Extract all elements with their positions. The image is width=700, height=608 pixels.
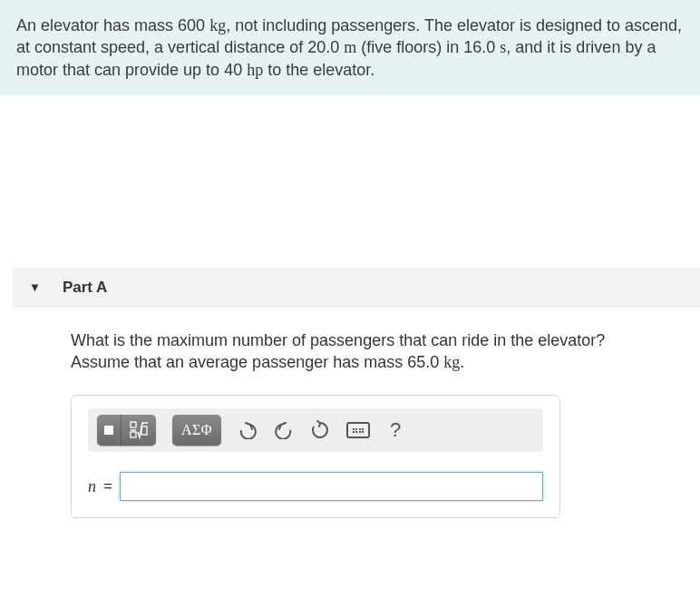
redo-icon[interactable] (274, 420, 294, 440)
spacer (0, 95, 700, 268)
radical-fraction-icon (122, 415, 156, 446)
answer-box: ΑΣΦ ? n = (71, 395, 560, 518)
problem-text-5: to the elevator. (263, 61, 374, 79)
greek-label: ΑΣΦ (172, 415, 221, 446)
template-button[interactable] (97, 415, 156, 446)
problem-text-3: (five floors) in 16.0 (356, 38, 500, 56)
equation-toolbar: ΑΣΦ ? (88, 408, 543, 452)
problem-text-1: An elevator has mass 600 (16, 16, 209, 34)
part-header[interactable]: ▼ Part A (13, 268, 700, 308)
reset-icon[interactable] (310, 420, 330, 440)
svg-rect-3 (141, 427, 147, 435)
unit-kg-q: kg (443, 353, 460, 371)
input-row: n = (88, 472, 543, 501)
part-body: What is the maximum number of passengers… (0, 308, 700, 519)
square-icon (97, 415, 122, 446)
unit-m: m (344, 38, 356, 56)
equals-sign: = (103, 477, 112, 495)
greek-button[interactable]: ΑΣΦ (172, 415, 221, 446)
variable-label: n (88, 477, 96, 496)
answer-input[interactable] (120, 472, 543, 501)
undo-icon[interactable] (238, 420, 258, 440)
part-label: Part A (63, 279, 107, 297)
unit-kg: kg (209, 16, 226, 34)
svg-rect-0 (131, 422, 136, 427)
question-tail: . (460, 353, 464, 371)
question-line: What is the maximum number of passengers… (71, 331, 605, 371)
question-text: What is the maximum number of passengers… (71, 329, 651, 374)
keyboard-icon[interactable] (346, 422, 370, 438)
problem-statement: An elevator has mass 600 kg, not includi… (0, 0, 700, 95)
caret-down-icon: ▼ (29, 280, 41, 294)
svg-rect-2 (131, 432, 136, 437)
help-button[interactable]: ? (386, 418, 404, 442)
unit-hp: hp (247, 61, 263, 79)
